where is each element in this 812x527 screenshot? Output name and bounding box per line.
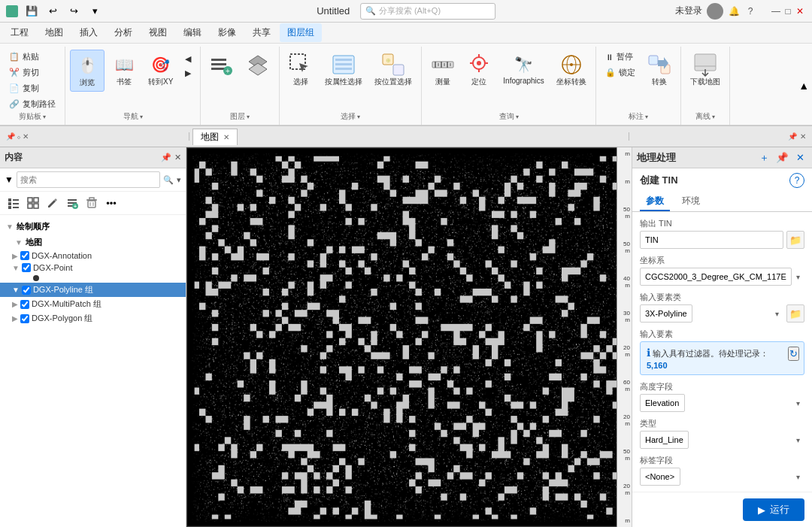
panel-close-btn[interactable]: ✕	[174, 153, 181, 162]
menu-map[interactable]: 地图	[38, 23, 71, 42]
polyline-checkbox[interactable]	[22, 286, 31, 295]
menu-edit[interactable]: 编辑	[176, 23, 209, 42]
global-search[interactable]: 🔍 分享搜索 (Alt+Q)	[360, 3, 495, 20]
bookmark-btn[interactable]: 📖 书签	[108, 50, 141, 90]
gp-add-btn[interactable]: ＋	[756, 150, 771, 165]
measure-btn[interactable]: 测量	[426, 50, 459, 90]
paste-btn[interactable]: 📋 粘贴	[5, 50, 60, 64]
user-avatar[interactable]	[707, 3, 723, 20]
copy-path-btn[interactable]: 🔗 复制路径	[5, 97, 60, 111]
gp-tab-env[interactable]: 环境	[676, 192, 706, 211]
annotation-checkbox[interactable]	[20, 251, 29, 260]
pause-btn[interactable]: ⏸ 暂停	[601, 50, 640, 64]
layer-point-dot[interactable]	[0, 274, 186, 283]
point-checkbox[interactable]	[22, 263, 31, 272]
save-btn[interactable]: 💾	[23, 2, 41, 20]
gp-help-btn[interactable]: ?	[789, 173, 804, 188]
layer-dgx-multipatch[interactable]: ▶ DGX-MultiPatch 组	[0, 297, 186, 311]
polygon-checkbox[interactable]	[20, 314, 29, 323]
layer-search-input[interactable]	[17, 171, 160, 188]
gp-pin-btn[interactable]: 📌	[774, 150, 789, 165]
select-btn[interactable]: 选择	[284, 50, 317, 90]
layer-dgx-point[interactable]: ▼ DGX-Point	[0, 262, 186, 274]
edit-layers-btn[interactable]	[44, 194, 62, 212]
gp-close-btn[interactable]: ✕	[792, 150, 807, 165]
delete-layer-btn[interactable]	[83, 194, 101, 212]
notification-btn[interactable]: 🔔	[728, 5, 740, 17]
unpin-icon[interactable]: ⬦	[17, 132, 21, 141]
menu-view[interactable]: 视图	[141, 23, 174, 42]
goto-xy-btn[interactable]: 🎯 转到XY	[144, 50, 177, 90]
map-tab-close[interactable]: ✕	[223, 133, 229, 141]
coord-convert-btn[interactable]: 坐标转换	[552, 50, 591, 90]
redo-btn[interactable]: ↪	[65, 2, 83, 20]
help-btn[interactable]: ?	[744, 5, 756, 17]
ribbon-collapse-btn[interactable]: ▲	[795, 47, 812, 125]
input-fc-folder-btn[interactable]: 📁	[786, 304, 804, 323]
select-attr-btn[interactable]: 按属性选择	[320, 50, 367, 90]
map-tab[interactable]: 地图 ✕	[192, 129, 238, 145]
download-map-btn[interactable]: 下载地图	[686, 50, 725, 90]
minimize-btn[interactable]: —	[770, 5, 782, 17]
layer-dgx-polyline[interactable]: ▼ DGX-Polyline 组	[0, 283, 186, 297]
convert-btn[interactable]: 转换	[643, 50, 676, 90]
gp-tab-params[interactable]: 参数	[640, 192, 670, 211]
annotation-expand[interactable]: ▶	[12, 252, 18, 260]
type-dropdown[interactable]: Hard_Line	[640, 431, 689, 449]
polygon-expand[interactable]: ▶	[12, 314, 18, 323]
close-panel-icon[interactable]: ✕	[23, 132, 29, 141]
browse-btn[interactable]: 🖱️ 浏览	[70, 50, 105, 92]
height-dropdown[interactable]: Elevation	[640, 394, 685, 412]
refresh-btn[interactable]: ↻	[788, 347, 799, 361]
add-layer-tool-btn[interactable]: +	[63, 194, 81, 212]
point-expand[interactable]: ▼	[12, 264, 20, 272]
output-tin-input[interactable]	[640, 231, 783, 249]
ruler-mark-9: 20 m	[617, 413, 632, 427]
map-expand-icon2[interactable]: ▼	[15, 238, 23, 247]
run-btn[interactable]: ▶ 运行	[743, 498, 804, 521]
tag-dropdown[interactable]: <None>	[640, 468, 680, 486]
copy-btn[interactable]: 📄 复制	[5, 81, 60, 95]
more-btn[interactable]: ▾	[86, 2, 104, 20]
input-fc-dropdown[interactable]: 3X-Polyline	[640, 304, 692, 323]
list-view-btn[interactable]	[5, 194, 23, 212]
layer-dgx-annotation[interactable]: ▶ DGX-Annotation	[0, 250, 186, 262]
layer-btn2[interactable]	[241, 50, 274, 80]
menu-insert[interactable]: 插入	[72, 23, 105, 42]
output-tin-folder-btn[interactable]: 📁	[786, 231, 804, 249]
menu-layer-group[interactable]: 图层组	[280, 23, 322, 42]
panel-pin-btn[interactable]: 📌	[161, 153, 171, 162]
polyline-expand[interactable]: ▼	[12, 286, 20, 294]
menu-imagery[interactable]: 影像	[211, 23, 244, 42]
gp-footer: ▶ 运行	[632, 492, 812, 527]
nav-fwd-btn[interactable]: ▶	[180, 67, 195, 80]
title-bar-center: Untitled 🔍 分享搜索 (Alt+Q)	[317, 3, 495, 20]
more-options-btn[interactable]: •••	[102, 194, 120, 212]
tag-field-row: <None>	[640, 468, 804, 486]
right-pin-icon[interactable]: 📌	[788, 132, 797, 141]
right-close-icon[interactable]: ✕	[800, 132, 806, 141]
maximize-btn[interactable]: □	[782, 5, 794, 17]
map-expand-icon[interactable]: ▼	[6, 223, 14, 231]
lock-btn[interactable]: 🔒 锁定	[601, 65, 640, 80]
infographics-btn[interactable]: 🔭 Infographics	[498, 50, 548, 90]
cut-btn[interactable]: ✂️ 剪切	[5, 65, 60, 80]
grid-view-btn[interactable]	[24, 194, 42, 212]
coord-system-dropdown[interactable]: CGCS2000_3_Degree_GK_CM_117E	[640, 268, 792, 286]
locate-btn[interactable]: 定位	[462, 50, 495, 90]
svg-rect-41	[8, 206, 11, 209]
undo-btn[interactable]: ↩	[44, 2, 62, 20]
add-layer-btn[interactable]: +	[205, 50, 238, 80]
pin-icon[interactable]: 📌	[6, 132, 15, 141]
menu-project[interactable]: 工程	[3, 23, 36, 42]
menu-share[interactable]: 共享	[245, 23, 278, 42]
layer-dgx-polygon[interactable]: ▶ DGX-Polygon 组	[0, 311, 186, 326]
close-btn[interactable]: ✕	[794, 5, 806, 17]
multipatch-checkbox[interactable]	[20, 300, 29, 309]
menu-analysis[interactable]: 分析	[107, 23, 140, 42]
multipatch-expand[interactable]: ▶	[12, 300, 18, 308]
search-more-btn[interactable]: ▾	[177, 175, 181, 185]
search-btn[interactable]: 🔍	[163, 175, 174, 185]
select-loc-btn[interactable]: ⊕ 按位置选择	[370, 50, 417, 90]
nav-back-btn[interactable]: ◀	[180, 53, 195, 65]
